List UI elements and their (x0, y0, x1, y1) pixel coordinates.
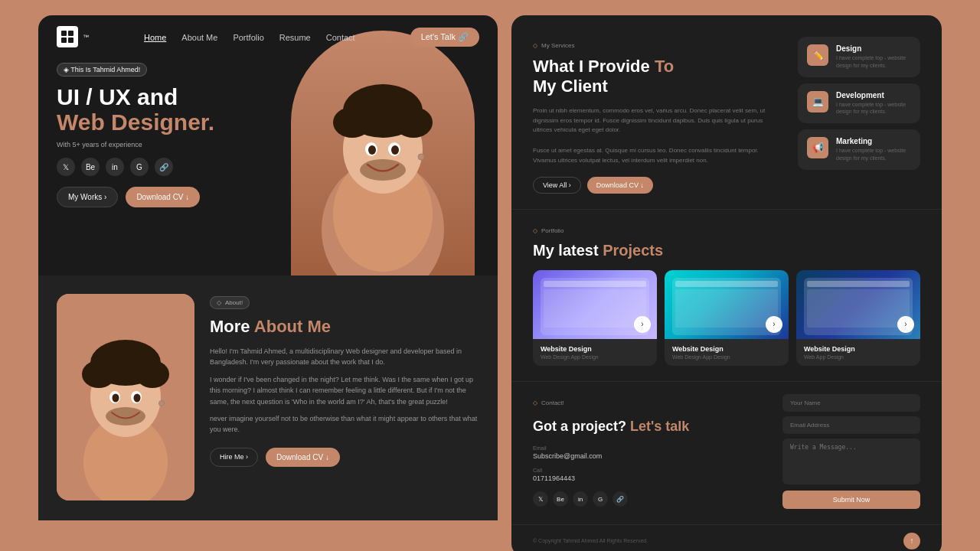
project-info-2: Website Design Web Design App Design (665, 339, 789, 366)
nav-home[interactable]: Home (144, 30, 166, 44)
contact-social-be[interactable]: Be (553, 491, 568, 507)
svg-rect-2 (61, 37, 67, 43)
contact-call-value: 01711964443 (533, 474, 764, 482)
contact-email-label: Email (533, 445, 764, 451)
svg-point-29 (113, 394, 119, 403)
contact-section: Contact! Got a project? Let's talk Email… (511, 381, 942, 524)
service-design-desc: I have complete top - website design for… (836, 54, 911, 70)
submit-now-button[interactable]: Submit Now (782, 491, 920, 509)
services-download-cv-button[interactable]: Download CV ↓ (587, 177, 653, 194)
services-badge: My Services (533, 42, 575, 49)
projects-badge: Portfolio (533, 227, 564, 234)
contact-email-input[interactable] (782, 416, 920, 434)
project-img-3: › (796, 270, 920, 339)
hero-social-icons: 𝕏 Be in G 🔗 (57, 158, 214, 176)
svg-point-16 (360, 159, 406, 181)
contact-badge: Contact! (533, 399, 564, 406)
svg-point-30 (134, 394, 141, 403)
svg-point-17 (418, 154, 424, 160)
nav-resume[interactable]: Resume (279, 30, 311, 44)
nav-portfolio[interactable]: Portfolio (233, 30, 263, 44)
project-card-2: › Website Design Web Design App Design (665, 270, 789, 366)
design-icon: ✏️ (807, 44, 828, 66)
hero-badge: ◈ This Is Tahmid Ahmed! (57, 63, 147, 77)
project-info-1: Website Design Web Design App Design (533, 339, 657, 366)
hero-title: UI / UX and Web Designer. (57, 84, 214, 135)
service-mkt-desc: I have complete top - website design for… (836, 147, 911, 162)
development-icon: 💻 (807, 91, 828, 112)
nav-contact[interactable]: Contact (326, 30, 355, 44)
about-title: More About Me (210, 317, 479, 337)
projects-grid: › Website Design Web Design App Design › (533, 270, 920, 366)
contact-email-value: Subscribe@gmail.com (533, 452, 764, 460)
project-nav-1[interactable]: › (634, 316, 651, 333)
projects-header: Portfolio My latest Projects (533, 222, 920, 259)
about-download-cv-button[interactable]: Download CV ↓ (266, 448, 340, 467)
lets-talk-button[interactable]: Let's Talk 🔗 (410, 28, 479, 47)
service-dev-info: Development I have complete top - websit… (836, 91, 911, 116)
svg-point-15 (391, 145, 399, 155)
social-g-icon[interactable]: G (130, 158, 149, 176)
hero-content: ◈ This Is Tahmid Ahmed! UI / UX and Web … (57, 61, 214, 207)
contact-name-input[interactable] (782, 394, 920, 412)
contact-form: Submit Now (782, 394, 920, 509)
contact-social-g[interactable]: G (593, 491, 608, 507)
contact-social-in[interactable]: in (573, 491, 588, 507)
about-para1: Hello! I'm Tahmid Ahmed, a multidiscipli… (210, 346, 479, 368)
social-x-icon[interactable]: 𝕏 (57, 158, 75, 176)
contact-message-input[interactable] (782, 439, 920, 484)
project-card-3: › Website Design Web App Design (796, 270, 920, 366)
nav-links: Home About Me Portfolio Resume Contact (144, 30, 355, 44)
project-img-2: › (665, 270, 789, 339)
app-wrapper: ™ Home About Me Portfolio Resume Contact… (38, 15, 942, 551)
contact-social-x[interactable]: 𝕏 (533, 491, 548, 507)
project-info-3: Website Design Web App Design (796, 339, 920, 366)
about-buttons: Hire Me › Download CV ↓ (210, 448, 479, 467)
hire-me-button[interactable]: Hire Me › (210, 448, 258, 467)
about-section: ◇ About! More About Me Hello! I'm Tahmid… (38, 276, 498, 520)
hero-person-image (291, 31, 475, 276)
services-section: My Services What I Provide To My Client … (511, 15, 942, 209)
about-content: ◇ About! More About Me Hello! I'm Tahmid… (210, 294, 479, 502)
marketing-icon: 📢 (807, 137, 828, 158)
left-panel: ™ Home About Me Portfolio Resume Contact… (38, 15, 498, 551)
contact-email-info: Email Subscribe@gmail.com (533, 445, 764, 460)
hero-image (291, 31, 475, 276)
service-card-development: 💻 Development I have complete top - webs… (798, 83, 920, 124)
social-be-icon[interactable]: Be (81, 158, 100, 176)
hero-subtitle: With 5+ years of experience (57, 141, 214, 148)
svg-point-31 (106, 407, 145, 425)
services-left: My Services What I Provide To My Client … (533, 37, 779, 194)
project-nav-3[interactable]: › (897, 316, 914, 333)
service-mkt-info: Marketing I have complete top - website … (836, 137, 911, 162)
services-cards: ✏️ Design I have complete top - website … (798, 37, 920, 194)
social-in-icon[interactable]: in (106, 158, 124, 176)
service-mkt-title: Marketing (836, 137, 911, 145)
about-badge: ◇ About! (210, 296, 250, 309)
contact-call-label: Call (533, 468, 764, 473)
about-image (57, 294, 194, 500)
contact-left: Contact! Got a project? Let's talk Email… (533, 394, 764, 509)
projects-section: Portfolio My latest Projects › (511, 209, 942, 381)
contact-social-link[interactable]: 🔗 (612, 491, 628, 507)
social-link-icon[interactable]: 🔗 (155, 158, 173, 176)
view-all-button[interactable]: View All › (533, 177, 581, 194)
my-works-button[interactable]: My Works › (57, 187, 118, 207)
services-title: What I Provide To My Client (533, 57, 779, 97)
contact-call-info: Call 01711964443 (533, 468, 764, 482)
contact-title: Got a project? Let's talk (533, 419, 764, 435)
footer-copyright: © Copyright Tahmid Ahmed All Rights Rese… (533, 538, 648, 543)
services-desc2: Fusce ut amet egestas at. Quisque mi cur… (533, 146, 779, 166)
service-dev-desc: I have complete top - website design for… (836, 101, 911, 116)
footer: © Copyright Tahmid Ahmed All Rights Rese… (511, 524, 942, 551)
svg-point-11 (348, 88, 417, 126)
project-nav-2[interactable]: › (766, 316, 782, 333)
scroll-top-button[interactable]: ↑ (903, 533, 920, 549)
contact-form-area: Submit Now (782, 394, 920, 509)
logo: ™ (57, 26, 89, 47)
nav-about[interactable]: About Me (181, 30, 217, 44)
svg-point-14 (368, 145, 376, 155)
logo-tm: ™ (83, 34, 89, 41)
download-cv-button[interactable]: Download CV ↓ (126, 187, 200, 207)
svg-rect-1 (68, 31, 74, 36)
